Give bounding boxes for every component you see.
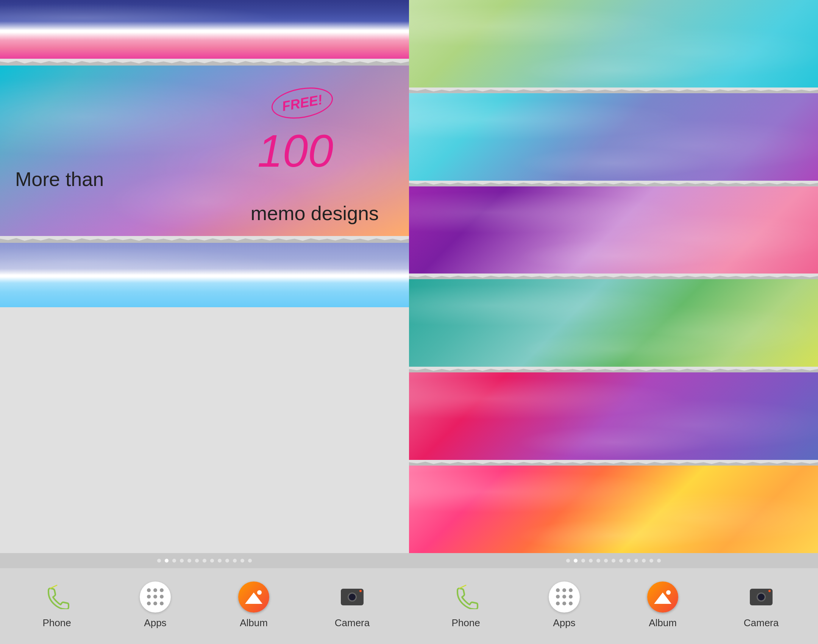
rstrip-rainbow[interactable] [409, 466, 818, 553]
left-nav-bar: Phone Apps [0, 568, 409, 644]
right-phone-label: Phone [451, 617, 480, 629]
right-page-dots [409, 553, 818, 568]
rstrip-pink-purple[interactable] [409, 372, 818, 460]
torn-divider-1 [0, 59, 409, 66]
page-dot[interactable] [210, 559, 214, 563]
right-torn-1 [409, 88, 818, 93]
nav-item-phone[interactable]: Phone [38, 580, 76, 629]
page-dot[interactable] [172, 559, 176, 563]
rstrip-teal-green[interactable] [409, 279, 818, 367]
page-dot[interactable] [233, 559, 237, 563]
apps-icon [138, 580, 172, 614]
page-dot[interactable] [157, 559, 161, 563]
right-wallpaper [409, 0, 818, 553]
right-album-label: Album [649, 617, 677, 629]
page-dot[interactable] [218, 559, 222, 563]
right-camera-label: Camera [744, 617, 779, 629]
right-torn-3 [409, 274, 818, 279]
page-dot[interactable] [589, 559, 593, 563]
phone-label: Phone [42, 617, 71, 629]
right-apps-label: Apps [553, 617, 575, 629]
page-dot[interactable] [604, 559, 608, 563]
left-page-dots [0, 553, 409, 568]
apps-label: Apps [144, 617, 166, 629]
album-label: Album [240, 617, 268, 629]
nav-item-album[interactable]: Album [235, 580, 273, 629]
page-dot[interactable] [657, 559, 661, 563]
hundred-number: 100 [258, 128, 333, 174]
strip-navy-pink[interactable] [0, 0, 409, 59]
svg-line-0 [50, 585, 57, 588]
rstrip-teal-purple[interactable] [409, 93, 818, 181]
page-dot[interactable] [642, 559, 646, 563]
right-album-circle [647, 581, 678, 613]
more-than-text: More than [15, 168, 104, 191]
page-dot[interactable] [566, 559, 570, 563]
strip-promo[interactable]: FREE! More than 100 memo designs [0, 66, 409, 236]
torn-divider-2 [0, 236, 409, 243]
page-dot[interactable] [240, 559, 244, 563]
nav-item-camera[interactable]: Camera [333, 580, 371, 629]
page-dot[interactable] [225, 559, 229, 563]
right-torn-2 [409, 181, 818, 186]
page-dot[interactable] [619, 559, 623, 563]
page-dot[interactable] [612, 559, 615, 563]
page-dot[interactable] [195, 559, 199, 563]
left-wallpaper: FREE! More than 100 memo designs [0, 0, 409, 553]
rstrip-green-teal[interactable] [409, 0, 818, 88]
right-album-icon [646, 580, 680, 614]
right-apps-circle [549, 581, 580, 613]
memo-designs-text: memo designs [251, 202, 379, 225]
album-icon [237, 580, 271, 614]
page-dot[interactable] [180, 559, 184, 563]
right-strips-container [409, 0, 818, 553]
right-torn-5 [409, 460, 818, 466]
strip-blue[interactable] [0, 243, 409, 307]
left-phone-panel: FREE! More than 100 memo designs [0, 0, 409, 644]
apps-circle [140, 581, 171, 613]
left-strips-container: FREE! More than 100 memo designs [0, 0, 409, 553]
page-dot[interactable] [634, 559, 638, 563]
right-nav-bar: Phone Apps [409, 568, 818, 644]
right-nav-item-apps[interactable]: Apps [545, 580, 583, 629]
right-nav-item-camera[interactable]: Camera [742, 580, 780, 629]
camera-icon [335, 580, 369, 614]
right-nav-item-phone[interactable]: Phone [447, 580, 485, 629]
right-phone-icon [449, 580, 483, 614]
page-dot[interactable] [203, 559, 206, 563]
camera-label: Camera [335, 617, 370, 629]
right-torn-4 [409, 367, 818, 372]
page-dot[interactable] [649, 559, 653, 563]
phone-icon [40, 580, 74, 614]
album-circle [238, 581, 269, 613]
rstrip-purple-pink[interactable] [409, 186, 818, 274]
page-dot[interactable] [187, 559, 191, 563]
page-dot[interactable] [581, 559, 585, 563]
page-dot-active[interactable] [165, 559, 169, 563]
page-dot[interactable] [627, 559, 631, 563]
right-phone-panel: Phone Apps [409, 0, 818, 644]
right-apps-icon [547, 580, 581, 614]
right-camera-icon [744, 580, 778, 614]
nav-item-apps[interactable]: Apps [136, 580, 174, 629]
right-nav-item-album[interactable]: Album [644, 580, 682, 629]
page-dot[interactable] [248, 559, 252, 563]
page-dot-active[interactable] [574, 559, 578, 563]
svg-line-1 [459, 585, 466, 588]
page-dot[interactable] [596, 559, 600, 563]
